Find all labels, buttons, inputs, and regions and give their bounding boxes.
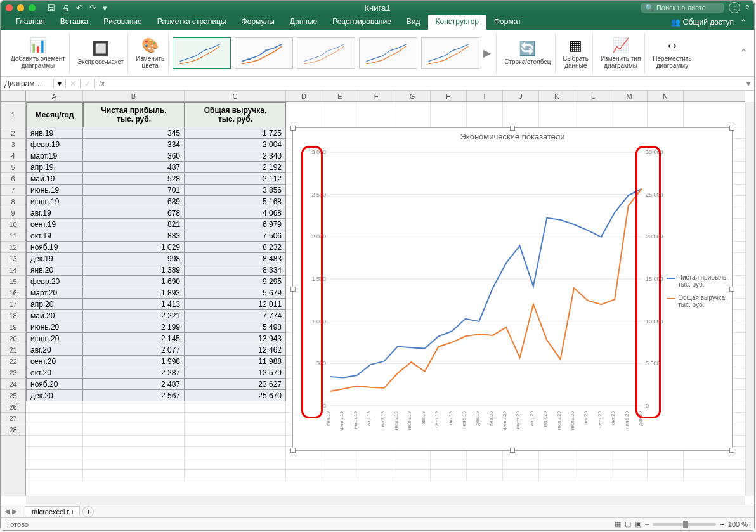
tab-page-layout[interactable]: Разметка страницы — [150, 15, 234, 30]
table-cell[interactable]: окт.20 — [26, 367, 83, 379]
row-header[interactable]: 23 — [1, 367, 25, 379]
table-cell[interactable]: нояб.19 — [26, 242, 83, 253]
table-cell[interactable]: 8 483 — [185, 253, 286, 264]
row-header[interactable]: 5 — [1, 162, 25, 173]
add-chart-element-button[interactable]: 📊 Добавить элемент диаграммы — [7, 33, 70, 74]
view-break-icon[interactable]: ▣ — [635, 520, 641, 528]
table-cell[interactable]: 334 — [83, 139, 185, 150]
table-cell[interactable]: 2 287 — [83, 367, 185, 379]
table-cell[interactable]: 7 774 — [185, 310, 286, 321]
vertical-scrollbar[interactable] — [745, 102, 754, 496]
table-cell[interactable]: 3 856 — [185, 185, 286, 196]
row-header[interactable]: 18 — [1, 310, 25, 321]
table-cell[interactable]: 2 192 — [185, 162, 286, 173]
row-header[interactable]: 22 — [1, 356, 25, 367]
ribbon-collapse-icon[interactable]: ⌃ — [740, 47, 748, 59]
column-header[interactable]: H — [431, 91, 467, 101]
qat-dropdown-icon[interactable]: ▾ — [103, 3, 107, 13]
gallery-scroll-icon[interactable]: ▶ — [483, 47, 491, 59]
row-header[interactable]: 15 — [1, 276, 25, 287]
formula-input[interactable] — [108, 79, 743, 88]
row-header[interactable]: 28 — [1, 424, 25, 436]
chart-style-2[interactable] — [235, 37, 293, 69]
row-header[interactable]: 10 — [1, 219, 25, 230]
table-cell[interactable]: 25 670 — [185, 390, 286, 401]
row-header[interactable]: 17 — [1, 299, 25, 310]
chart-style-3[interactable] — [297, 37, 355, 69]
table-cell[interactable]: 4 068 — [185, 207, 286, 219]
tab-design[interactable]: Конструктор — [428, 15, 486, 30]
column-header[interactable]: L — [575, 91, 611, 101]
table-cell[interactable]: авг.20 — [26, 344, 83, 356]
user-account-icon[interactable]: ☺ — [729, 2, 740, 13]
table-cell[interactable]: 821 — [83, 219, 185, 230]
tab-data[interactable]: Данные — [282, 15, 325, 30]
table-cell[interactable]: 5 679 — [185, 287, 286, 299]
table-cell[interactable]: 689 — [83, 196, 185, 207]
undo-icon[interactable]: ↶ — [76, 3, 83, 13]
sheet-tab-active[interactable]: microexcel.ru — [25, 506, 80, 517]
table-cell[interactable]: июнь.19 — [26, 185, 83, 196]
save-icon[interactable]: 🖫 — [47, 3, 55, 13]
quick-layout-button[interactable]: 🔲 Экспресс-макет — [74, 33, 128, 74]
table-cell[interactable]: апр.20 — [26, 299, 83, 310]
column-header[interactable]: B — [83, 91, 185, 101]
table-cell[interactable]: 2 112 — [185, 173, 286, 185]
table-cell[interactable]: янв.19 — [26, 127, 83, 139]
table-cell[interactable]: июнь.20 — [26, 321, 83, 333]
worksheet[interactable]: ABCDEFGHIJKLMN 1234567891011121314151617… — [1, 91, 754, 505]
change-chart-type-button[interactable]: 📈 Изменить тип диаграммы — [597, 33, 645, 74]
table-cell[interactable]: нояб.20 — [26, 379, 83, 390]
table-cell[interactable]: 2 199 — [83, 321, 185, 333]
table-cell[interactable]: 5 498 — [185, 321, 286, 333]
zoom-out-button[interactable]: − — [645, 521, 649, 528]
row-header[interactable]: 14 — [1, 264, 25, 276]
table-cell[interactable]: 883 — [83, 230, 185, 242]
chart-style-1[interactable] — [173, 37, 231, 69]
table-cell[interactable]: янв.20 — [26, 264, 83, 276]
table-cell[interactable]: 2 004 — [185, 139, 286, 150]
table-cell[interactable]: 1 725 — [185, 127, 286, 139]
table-cell[interactable]: дек.19 — [26, 253, 83, 264]
name-box[interactable]: Диаграм… — [1, 79, 54, 88]
chart-object[interactable]: Экономические показатели 005005 0001 000… — [292, 127, 733, 451]
table-cell[interactable]: 11 988 — [185, 356, 286, 367]
row-header[interactable]: 1 — [1, 102, 25, 127]
table-cell[interactable]: сент.20 — [26, 356, 83, 367]
row-header[interactable]: 7 — [1, 185, 25, 196]
table-cell[interactable]: 345 — [83, 127, 185, 139]
formula-expand-icon[interactable]: ▾ — [743, 79, 754, 88]
tab-formulas[interactable]: Формулы — [234, 15, 282, 30]
table-cell[interactable]: 9 295 — [185, 276, 286, 287]
confirm-icon[interactable]: ✓ — [81, 79, 95, 88]
table-cell[interactable]: 1 413 — [83, 299, 185, 310]
table-cell[interactable]: 8 232 — [185, 242, 286, 253]
chart-style-4[interactable] — [359, 37, 417, 69]
row-header[interactable]: 20 — [1, 333, 25, 344]
table-cell[interactable]: 1 389 — [83, 264, 185, 276]
horizontal-scrollbar[interactable] — [26, 496, 745, 505]
change-colors-button[interactable]: 🎨 Изменить цвета — [132, 33, 169, 74]
fx-label[interactable]: fx — [95, 79, 108, 88]
add-sheet-button[interactable]: + — [82, 506, 94, 517]
table-cell[interactable]: 13 943 — [185, 333, 286, 344]
row-header[interactable]: 16 — [1, 287, 25, 299]
row-header[interactable]: 4 — [1, 150, 25, 162]
row-header[interactable]: 25 — [1, 390, 25, 401]
switch-row-column-button[interactable]: 🔄 Строка/столбец — [500, 33, 555, 74]
help-icon[interactable]: ? — [745, 4, 749, 11]
row-header[interactable]: 8 — [1, 196, 25, 207]
table-cell[interactable]: 487 — [83, 162, 185, 173]
row-header[interactable]: 19 — [1, 321, 25, 333]
column-header[interactable]: J — [503, 91, 539, 101]
tab-review[interactable]: Рецензирование — [325, 15, 399, 30]
select-all-corner[interactable] — [1, 91, 26, 102]
table-cell[interactable]: 2 221 — [83, 310, 185, 321]
table-cell[interactable]: авг.19 — [26, 207, 83, 219]
table-cell[interactable]: сент.19 — [26, 219, 83, 230]
column-header[interactable]: D — [286, 91, 322, 101]
sheet-nav-next[interactable]: ▶ — [12, 507, 17, 516]
table-cell[interactable]: 1 998 — [83, 356, 185, 367]
move-chart-button[interactable]: ↔ Переместить диаграмму — [649, 33, 695, 74]
cancel-icon[interactable]: ✕ — [66, 79, 81, 88]
